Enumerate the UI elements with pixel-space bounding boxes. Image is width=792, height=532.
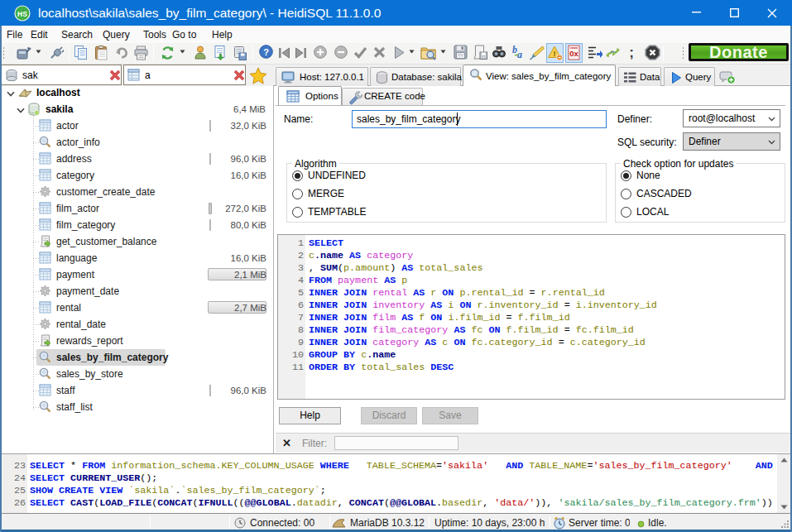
svg-text:?: ? (263, 47, 269, 57)
svg-text:;: ; (629, 45, 634, 60)
svg-text:0x: 0x (569, 49, 578, 58)
svg-text:HS: HS (17, 10, 27, 18)
svg-text:a: a (517, 49, 522, 60)
svg-text:!: ! (554, 50, 556, 58)
